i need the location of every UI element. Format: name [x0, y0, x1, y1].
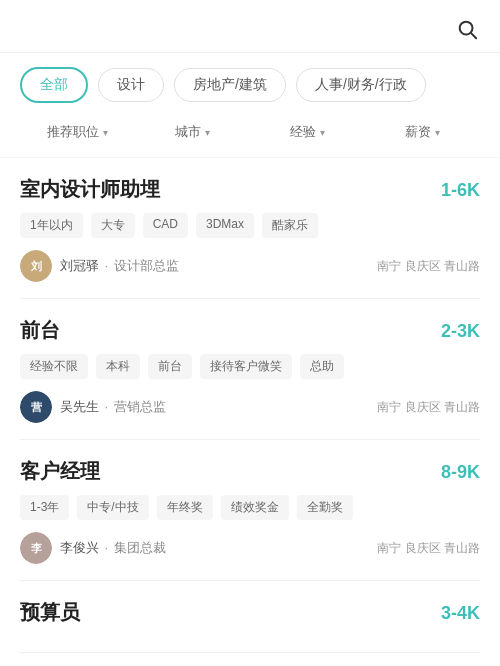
avatar: 营	[20, 391, 52, 423]
job-recruiter: 营吴先生 · 营销总监南宁 良庆区 青山路	[20, 391, 480, 423]
job-card-2[interactable]: 客户经理8-9K1-3年中专/中技年终奖绩效奖金全勤奖李李俊兴 · 集团总裁南宁…	[20, 440, 480, 581]
recruiter-separator: ·	[101, 258, 112, 273]
job-tags: 1年以内大专CAD3DMax酷家乐	[20, 213, 480, 238]
job-tag: 大专	[91, 213, 135, 238]
job-tag: 中专/中技	[77, 495, 148, 520]
chevron-down-icon: ▾	[205, 127, 210, 138]
job-tag: 年终奖	[157, 495, 213, 520]
job-tag: CAD	[143, 213, 188, 238]
recruiter-left: 李李俊兴 · 集团总裁	[20, 532, 166, 564]
job-salary: 8-9K	[441, 462, 480, 483]
chevron-down-icon: ▾	[103, 127, 108, 138]
job-card-3[interactable]: 预算员3-4K	[20, 581, 480, 653]
sec-filter-label: 经验	[290, 123, 316, 141]
filter-tab-1[interactable]: 设计	[98, 68, 164, 102]
job-list: 室内设计师助埋1-6K1年以内大专CAD3DMax酷家乐刘刘冠驿 · 设计部总监…	[0, 158, 500, 653]
secondary-filters: 推荐职位▾城市▾经验▾薪资▾	[0, 117, 500, 158]
avatar: 李	[20, 532, 52, 564]
job-tag: 3DMax	[196, 213, 254, 238]
job-card-top: 客户经理8-9K	[20, 458, 480, 485]
secondary-filter-3[interactable]: 薪资▾	[365, 117, 480, 147]
job-card-0[interactable]: 室内设计师助埋1-6K1年以内大专CAD3DMax酷家乐刘刘冠驿 · 设计部总监…	[20, 158, 480, 299]
search-icon[interactable]	[454, 16, 480, 42]
job-tags: 1-3年中专/中技年终奖绩效奖金全勤奖	[20, 495, 480, 520]
job-tag: 总助	[300, 354, 344, 379]
job-title: 客户经理	[20, 458, 100, 485]
job-title: 室内设计师助埋	[20, 176, 160, 203]
recruiter-left: 营吴先生 · 营销总监	[20, 391, 166, 423]
job-location: 南宁 良庆区 青山路	[377, 258, 480, 275]
recruiter-role: 营销总监	[114, 399, 166, 414]
svg-line-1	[471, 33, 476, 38]
recruiter-role: 设计部总监	[114, 258, 179, 273]
filter-tab-0[interactable]: 全部	[20, 67, 88, 103]
job-card-top: 前台2-3K	[20, 317, 480, 344]
job-recruiter: 刘刘冠驿 · 设计部总监南宁 良庆区 青山路	[20, 250, 480, 282]
recruiter-name: 刘冠驿	[60, 258, 99, 273]
job-tag: 经验不限	[20, 354, 88, 379]
filter-tab-3[interactable]: 人事/财务/行政	[296, 68, 426, 102]
job-tag: 全勤奖	[297, 495, 353, 520]
avatar: 刘	[20, 250, 52, 282]
job-location: 南宁 良庆区 青山路	[377, 540, 480, 557]
filter-tabs: 全部设计房地产/建筑人事/财务/行政	[0, 53, 500, 117]
job-card-top: 预算员3-4K	[20, 599, 480, 626]
recruiter-info: 刘冠驿 · 设计部总监	[60, 257, 179, 275]
job-card-1[interactable]: 前台2-3K经验不限本科前台接待客户微笑总助营吴先生 · 营销总监南宁 良庆区 …	[20, 299, 480, 440]
recruiter-info: 李俊兴 · 集团总裁	[60, 539, 166, 557]
job-salary: 1-6K	[441, 180, 480, 201]
job-salary: 3-4K	[441, 603, 480, 624]
chevron-down-icon: ▾	[320, 127, 325, 138]
job-tag: 1-3年	[20, 495, 69, 520]
secondary-filter-2[interactable]: 经验▾	[250, 117, 365, 147]
recruiter-left: 刘刘冠驿 · 设计部总监	[20, 250, 179, 282]
job-card-top: 室内设计师助埋1-6K	[20, 176, 480, 203]
job-tag: 接待客户微笑	[200, 354, 292, 379]
recruiter-name: 吴先生	[60, 399, 99, 414]
job-tag: 绩效奖金	[221, 495, 289, 520]
job-tag: 前台	[148, 354, 192, 379]
chevron-down-icon: ▾	[435, 127, 440, 138]
sec-filter-label: 推荐职位	[47, 123, 99, 141]
job-tag: 1年以内	[20, 213, 83, 238]
header	[0, 0, 500, 53]
job-title: 预算员	[20, 599, 80, 626]
sec-filter-label: 薪资	[405, 123, 431, 141]
job-salary: 2-3K	[441, 321, 480, 342]
secondary-filter-1[interactable]: 城市▾	[135, 117, 250, 147]
job-tag: 酷家乐	[262, 213, 318, 238]
recruiter-info: 吴先生 · 营销总监	[60, 398, 166, 416]
job-recruiter: 李李俊兴 · 集团总裁南宁 良庆区 青山路	[20, 532, 480, 564]
recruiter-role: 集团总裁	[114, 540, 166, 555]
recruiter-separator: ·	[101, 399, 112, 414]
job-tag: 本科	[96, 354, 140, 379]
recruiter-separator: ·	[101, 540, 112, 555]
recruiter-name: 李俊兴	[60, 540, 99, 555]
secondary-filter-0[interactable]: 推荐职位▾	[20, 117, 135, 147]
job-tags: 经验不限本科前台接待客户微笑总助	[20, 354, 480, 379]
job-title: 前台	[20, 317, 60, 344]
job-location: 南宁 良庆区 青山路	[377, 399, 480, 416]
sec-filter-label: 城市	[175, 123, 201, 141]
filter-tab-2[interactable]: 房地产/建筑	[174, 68, 286, 102]
